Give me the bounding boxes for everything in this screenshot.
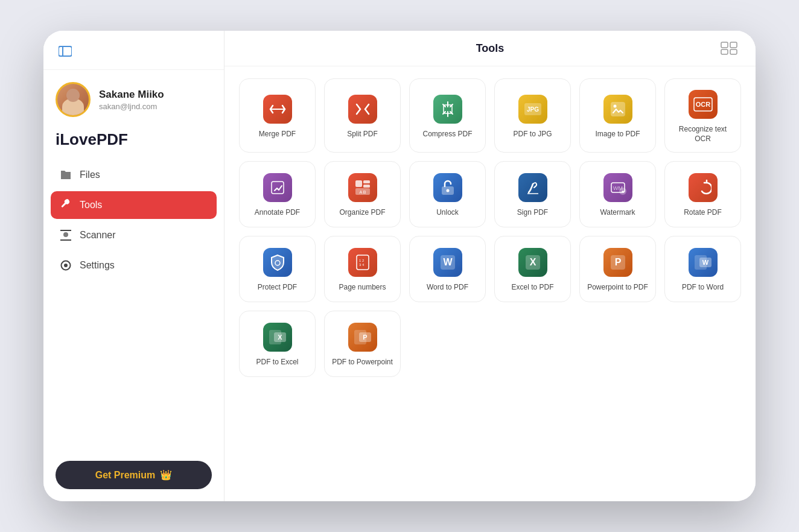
svg-text:W: W — [702, 259, 708, 266]
sidebar-item-tools[interactable]: Tools — [51, 191, 217, 219]
svg-text:3 4: 3 4 — [359, 263, 364, 267]
tool-card-ppt-pdf[interactable]: P Powerpoint to PDF — [579, 236, 656, 302]
pdf-ppt-label: PDF to Powerpoint — [332, 358, 393, 367]
app-title: iLovePDF — [43, 127, 224, 161]
user-name: Sakane Miiko — [99, 89, 164, 101]
tool-card-excel-pdf[interactable]: X Excel to PDF — [494, 236, 571, 302]
sidebar-toggle-button[interactable] — [56, 43, 75, 60]
wrench-icon — [59, 198, 72, 212]
sign-icon — [518, 173, 547, 202]
svg-text:1 2: 1 2 — [359, 259, 364, 262]
user-email: sakan@ljnd.com — [99, 102, 164, 111]
svg-text:X: X — [278, 334, 282, 341]
svg-rect-4 — [730, 42, 737, 48]
unlock-icon — [433, 173, 462, 202]
img-pdf-icon — [603, 95, 632, 124]
tool-card-pdf-jpg[interactable]: JPG PDF to JPG — [494, 78, 571, 153]
merge-label: Merge PDF — [259, 130, 296, 139]
unlock-label: Unlock — [436, 208, 459, 218]
nav-label: Tools — [80, 200, 102, 211]
tool-card-split[interactable]: Split PDF — [324, 78, 401, 153]
sign-label: Sign PDF — [517, 208, 548, 218]
protect-label: Protect PDF — [258, 283, 297, 293]
tool-card-merge[interactable]: Merge PDF — [239, 78, 316, 153]
device-frame: Sakane Miiko sakan@ljnd.com iLovePDF Fil… — [43, 31, 756, 501]
sidebar-bottom: Get Premium 👑 — [43, 449, 224, 501]
watermark-icon: WM★ — [603, 173, 632, 202]
pdf-ppt-icon: P — [348, 323, 377, 352]
excel-pdf-label: Excel to PDF — [511, 283, 553, 293]
tool-card-pagenums[interactable]: 1 23 4 Page numbers — [324, 236, 401, 302]
tool-card-protect[interactable]: Protect PDF — [239, 236, 316, 302]
split-icon — [348, 95, 377, 124]
ppt-pdf-label: Powerpoint to PDF — [587, 283, 648, 293]
sidebar-item-files[interactable]: Files — [51, 161, 217, 189]
folder-icon — [59, 168, 72, 182]
svg-rect-10 — [611, 102, 625, 116]
ocr-label: Recognize text OCR — [671, 125, 734, 144]
tool-card-word-pdf[interactable]: W Word to PDF — [409, 236, 486, 302]
page-title: Tools — [476, 42, 505, 55]
svg-rect-14 — [272, 182, 284, 194]
sidebar-item-scanner[interactable]: Scanner — [51, 221, 217, 249]
camera-icon — [59, 229, 72, 242]
pdf-excel-icon: X — [263, 323, 292, 352]
sidebar-header — [43, 31, 224, 70]
svg-text:A B: A B — [359, 190, 366, 194]
premium-button[interactable]: Get Premium 👑 — [56, 461, 212, 489]
svg-text:W: W — [443, 257, 453, 267]
merge-icon — [263, 95, 292, 124]
svg-point-11 — [613, 104, 616, 107]
tools-grid: Merge PDF Split PDF Compress PDF JPG PDF… — [224, 66, 756, 501]
svg-rect-6 — [730, 49, 737, 54]
svg-rect-16 — [363, 180, 370, 183]
tool-card-sign[interactable]: Sign PDF — [494, 161, 571, 227]
svg-text:★: ★ — [621, 189, 625, 194]
organize-icon: A B — [348, 173, 377, 202]
tool-card-rotate[interactable]: Rotate PDF — [664, 161, 741, 227]
word-pdf-icon: W — [433, 248, 462, 277]
watermark-label: Watermark — [600, 208, 635, 218]
nav-label: Scanner — [80, 230, 116, 241]
ppt-pdf-icon: P — [603, 248, 632, 277]
compress-label: Compress PDF — [422, 130, 472, 139]
svg-text:P: P — [614, 257, 621, 267]
annotate-label: Annotate PDF — [255, 208, 300, 218]
pdf-excel-label: PDF to Excel — [256, 358, 298, 367]
tool-card-pdf-word[interactable]: W PDF to Word — [664, 236, 741, 302]
sidebar-item-settings[interactable]: Settings — [51, 252, 217, 279]
nav-section: Files Tools Scanner Settings — [43, 161, 224, 449]
tool-card-watermark[interactable]: WM★ Watermark — [579, 161, 656, 227]
pagenums-label: Page numbers — [339, 283, 386, 293]
tool-card-img-pdf[interactable]: Image to PDF — [579, 78, 656, 153]
gear-icon — [59, 259, 72, 272]
layout-toggle-button[interactable] — [721, 42, 737, 55]
ocr-icon: OCR — [689, 90, 718, 119]
pdf-word-icon: W — [689, 248, 718, 277]
pdf-word-label: PDF to Word — [682, 283, 724, 293]
tool-card-compress[interactable]: Compress PDF — [409, 78, 486, 153]
svg-rect-0 — [59, 46, 72, 56]
tool-card-organize[interactable]: A B Organize PDF — [324, 161, 401, 227]
pdf-jpg-label: PDF to JPG — [513, 130, 552, 139]
svg-text:P: P — [363, 334, 367, 341]
pdf-jpg-icon: JPG — [518, 95, 547, 124]
avatar — [56, 82, 91, 117]
tool-card-pdf-ppt[interactable]: P PDF to Powerpoint — [324, 311, 401, 377]
sidebar: Sakane Miiko sakan@ljnd.com iLovePDF Fil… — [43, 31, 224, 501]
nav-label: Settings — [80, 260, 115, 271]
tool-card-annotate[interactable]: Annotate PDF — [239, 161, 316, 227]
protect-icon — [263, 248, 292, 277]
user-details: Sakane Miiko sakan@ljnd.com — [99, 89, 164, 111]
svg-rect-5 — [721, 49, 728, 54]
svg-text:JPG: JPG — [526, 106, 538, 113]
tool-card-unlock[interactable]: Unlock — [409, 161, 486, 227]
svg-rect-28 — [357, 255, 369, 270]
rotate-icon — [689, 173, 718, 202]
crown-icon: 👑 — [160, 469, 172, 481]
tool-card-ocr[interactable]: OCR Recognize text OCR — [664, 78, 741, 153]
compress-icon — [433, 95, 462, 124]
tool-card-pdf-excel[interactable]: X PDF to Excel — [239, 311, 316, 377]
svg-point-2 — [63, 232, 68, 237]
svg-point-21 — [446, 189, 449, 192]
